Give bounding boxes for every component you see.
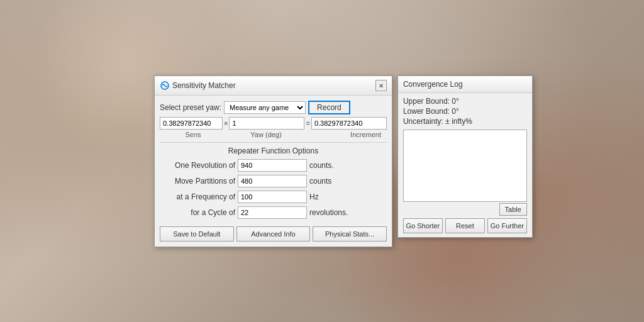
physical-stats-button[interactable]: Physical Stats... [313, 226, 387, 242]
log-content: Upper Bound: 0° Lower Bound: 0° Uncertai… [398, 93, 532, 237]
frequency-unit: Hz [309, 192, 319, 201]
multiply-symbol: × [224, 119, 228, 127]
col-yaw-label: Yaw (deg) [226, 131, 306, 138]
upper-bound-row: Upper Bound: 0° [403, 97, 527, 106]
one-revolution-input[interactable] [238, 159, 307, 172]
sensitivity-matcher-dialog: Sensitivity Matcher ✕ Select preset yaw:… [154, 75, 392, 247]
divider1 [160, 142, 387, 143]
one-revolution-label: One Revolution of [160, 161, 235, 170]
col-sens-label: Sens [160, 131, 226, 138]
yaw-input[interactable] [229, 117, 304, 130]
log-title-bar: Convergence Log [398, 76, 532, 93]
uncertainty-row: Uncertainty: ± infty% [403, 117, 527, 126]
col-increment-label: Increment [306, 131, 381, 138]
preset-select[interactable]: Measure any game [224, 101, 306, 114]
log-textarea[interactable] [403, 130, 527, 202]
equals-symbol: = [306, 119, 309, 127]
record-button[interactable]: Record [308, 101, 350, 114]
col-headers-row: Sens Yaw (deg) Increment [160, 131, 387, 138]
lower-bound-row: Lower Bound: 0° [403, 107, 527, 116]
cycle-input[interactable] [238, 206, 307, 219]
increment-input[interactable] [311, 117, 387, 130]
dialog-title: Sensitivity Matcher [172, 81, 375, 90]
log-footer-buttons: Go Shorter Reset Go Further [403, 218, 527, 233]
advanced-info-button[interactable]: Advanced Info [236, 226, 311, 242]
move-partitions-unit: counts [309, 177, 331, 186]
table-button[interactable]: Table [499, 203, 527, 216]
convergence-log-panel: Convergence Log Upper Bound: 0° Lower Bo… [397, 75, 533, 238]
cycle-row: for a Cycle of revolutions. [160, 206, 387, 219]
cycle-unit: revolutions. [309, 208, 348, 217]
footer-buttons: Save to Default Advanced Info Physical S… [160, 224, 387, 242]
cycle-label: for a Cycle of [160, 208, 235, 217]
dialogs-container: Sensitivity Matcher ✕ Select preset yaw:… [154, 75, 533, 247]
title-bar[interactable]: Sensitivity Matcher ✕ [155, 76, 392, 96]
go-further-button[interactable]: Go Further [487, 218, 527, 233]
reset-button[interactable]: Reset [445, 218, 485, 233]
move-partitions-input[interactable] [238, 175, 307, 187]
preset-label: Select preset yaw: [160, 103, 221, 112]
sens-input[interactable] [160, 117, 223, 130]
close-button[interactable]: ✕ [375, 80, 387, 91]
save-default-button[interactable]: Save to Default [160, 226, 234, 242]
table-row-container: Table [403, 203, 527, 216]
one-revolution-row: One Revolution of counts. [160, 159, 387, 172]
go-shorter-button[interactable]: Go Shorter [403, 218, 443, 233]
move-partitions-label: Move Partitions of [160, 177, 235, 186]
one-revolution-unit: counts. [309, 161, 334, 170]
dialog-content: Select preset yaw: Measure any game Reco… [155, 96, 392, 247]
log-title: Convergence Log [403, 80, 463, 89]
frequency-label: at a Frequency of [160, 192, 235, 201]
move-partitions-row: Move Partitions of counts [160, 175, 387, 187]
repeater-title: Repeater Function Options [160, 147, 387, 155]
app-icon [160, 80, 170, 91]
sens-row: × = [160, 117, 387, 130]
frequency-row: at a Frequency of Hz [160, 191, 387, 203]
preset-row: Select preset yaw: Measure any game Reco… [160, 101, 387, 114]
frequency-input[interactable] [238, 191, 307, 203]
